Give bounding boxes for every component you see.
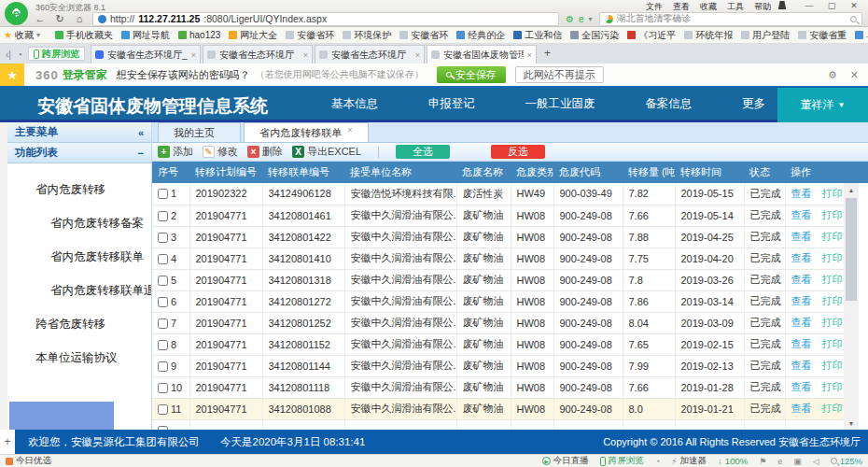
view-link[interactable]: 查看 (791, 231, 812, 242)
browser-logo-icon[interactable]: e (5, 2, 28, 25)
app-nav-item[interactable]: 一般工业固废 (525, 96, 595, 112)
row-checkbox[interactable] (158, 318, 168, 329)
scrollbar-thumb[interactable] (846, 198, 857, 301)
view-link[interactable]: 查看 (791, 188, 812, 199)
bookmark-item[interactable]: 安徽省环 (286, 29, 334, 42)
bookmark-item[interactable]: 经典的企 (456, 29, 505, 42)
table-row[interactable]: 9 201904771 34120801144 安徽中久润滑油有限公... 废矿… (152, 355, 844, 376)
skin-icon[interactable] (777, 1, 788, 9)
view-link[interactable]: 查看 (791, 317, 812, 328)
collapse-tabs-icon[interactable]: ‹| (6, 50, 11, 60)
view-link[interactable]: 查看 (791, 295, 812, 306)
delete-button[interactable]: × 删除 (247, 145, 283, 159)
row-checkbox[interactable] (158, 383, 168, 393)
row-checkbox[interactable] (158, 340, 168, 350)
favorites-button[interactable]: ★ 收藏 ▾ (4, 29, 40, 42)
view-link[interactable]: 查看 (791, 360, 812, 371)
chevron-down-icon[interactable]: ▾ (589, 15, 593, 23)
sidebar-menu-item[interactable]: 跨省危废转移 (7, 307, 151, 341)
minus-icon[interactable]: − (138, 148, 144, 159)
grid-header-cell[interactable]: 操作 (785, 162, 844, 183)
new-tab-button[interactable]: + (544, 47, 551, 60)
sidebar-header-function-list[interactable]: 功能列表 − (7, 143, 151, 163)
print-link[interactable]: 打印 (822, 231, 843, 242)
select-all-button[interactable]: 全选 (396, 145, 450, 159)
accelerator-button[interactable]: ⚡ 加速器 (671, 455, 707, 467)
print-link[interactable]: 打印 (822, 274, 843, 285)
view-link[interactable]: 查看 (791, 252, 812, 263)
print-link[interactable]: 打印 (822, 209, 843, 220)
history-icon[interactable]: ◔ (655, 457, 660, 466)
scroll-down-icon[interactable]: ▼ (844, 417, 859, 429)
browser-tab[interactable]: 安徽省生态环境厅 × (203, 45, 313, 64)
refresh-icon[interactable]: ↻ (53, 13, 66, 25)
bookmark-item[interactable]: 网址导航 (121, 29, 170, 42)
sidebar-menu-item[interactable]: 省内危废转移联单 (7, 240, 151, 274)
grid-header-cell[interactable]: 转移联单编号 (262, 162, 344, 183)
table-row[interactable]: 1 201902322 34124906128 安徽浩悦环境科技有限... 废活… (152, 183, 844, 205)
bookmark-item[interactable]: hao123 (178, 30, 220, 40)
bookmark-item[interactable]: 阜阳市环 (855, 29, 868, 42)
close-button[interactable]: ✕ (844, 0, 864, 11)
view-link[interactable]: 查看 (791, 274, 812, 285)
flag-icon[interactable]: ⚑ (759, 457, 766, 466)
save-password-button[interactable]: 安全保存 (437, 66, 506, 83)
search-icon[interactable] (850, 16, 857, 22)
table-row[interactable]: 11 201904771 34120801088 安徽中久润滑油有限公... 废… (152, 398, 844, 419)
minimize-button[interactable]: — (799, 0, 819, 11)
app-nav-item[interactable]: 备案信息 (645, 96, 692, 112)
row-checkbox[interactable] (158, 404, 168, 415)
grid-header-cell[interactable]: 转移计划编号 (189, 162, 262, 183)
e-green-icon[interactable]: e (579, 14, 584, 24)
edit-button[interactable]: ✎ 修改 (203, 145, 238, 159)
app-nav-item[interactable]: 更多 (742, 96, 765, 112)
browser-tab[interactable]: 安徽省生态环境厅_百度搜索 × (91, 45, 201, 64)
bookmark-item[interactable]: 用户登陆 (741, 29, 790, 42)
back-icon[interactable]: ← (34, 13, 47, 24)
print-link[interactable]: 打印 (822, 360, 843, 371)
grid-scrollbar[interactable]: ▲ ▼ (844, 183, 859, 430)
add-button[interactable]: + 添加 (158, 145, 193, 159)
invert-selection-button[interactable]: 反选 (491, 145, 545, 159)
user-menu[interactable]: 董祥洋 ▼ (777, 88, 868, 122)
view-link[interactable]: 查看 (791, 209, 812, 220)
cross-screen-status-button[interactable]: 跨屏浏览 (600, 455, 644, 467)
bookmark-item[interactable]: 环境保护 (343, 29, 391, 42)
sidebar-menu-item[interactable]: 省内危废转移 (7, 173, 151, 206)
download-status[interactable]: ↓ 100% (718, 456, 748, 466)
bookmark-item[interactable]: 安徽省重 (798, 29, 847, 42)
print-link[interactable]: 打印 (822, 188, 843, 199)
table-row[interactable]: 4 201904771 34120801410 安徽中久润滑油有限公... 废矿… (152, 248, 844, 269)
sidebar-header-main-menu[interactable]: 主要菜单 « (7, 122, 151, 143)
sidebar-menu-item[interactable]: 省内危废转移联单退回 (7, 274, 151, 307)
view-link[interactable]: 查看 (791, 338, 812, 349)
print-link[interactable]: 打印 (822, 381, 843, 392)
tab-close-icon[interactable]: × (303, 50, 308, 60)
browser-tab[interactable]: 安徽省生态环境厅 × (315, 45, 425, 64)
print-link[interactable]: 打印 (822, 252, 843, 263)
table-row[interactable]: 2 201904771 34120801461 安徽中久润滑油有限公... 废矿… (152, 205, 844, 226)
window-mode-icon[interactable]: ▣ (793, 457, 802, 466)
row-checkbox[interactable] (158, 233, 168, 243)
content-tab[interactable]: 省内危废转移联单 × (244, 122, 368, 142)
view-link[interactable]: 查看 (791, 381, 812, 392)
grid-header-cell[interactable]: 转移时间 (675, 162, 744, 183)
zoom-control[interactable]: 125% (831, 456, 862, 466)
bookmark-item[interactable]: 网址大全 (229, 29, 277, 42)
print-link[interactable]: 打印 (822, 403, 843, 414)
daily-picks-button[interactable]: 今日优选 (6, 455, 51, 467)
bookmark-item[interactable]: 环统年报 (684, 29, 733, 42)
print-link[interactable]: 打印 (822, 295, 843, 306)
search-input[interactable]: 湖北首地清零确诊 (599, 12, 862, 26)
dismiss-notification-button[interactable]: 此网站不再提示 (515, 66, 604, 83)
app-nav-item[interactable]: 基本信息 (331, 96, 378, 112)
recent-tabs-icon[interactable]: ◔ (17, 50, 22, 60)
collapse-icon[interactable]: « (138, 127, 144, 138)
cross-screen-button[interactable]: 跨屏浏览 (28, 47, 85, 61)
tab-close-icon[interactable]: × (415, 50, 420, 60)
grid-header-cell[interactable]: 状态 (744, 162, 785, 183)
grid-header-cell[interactable]: 危废名称 (456, 162, 511, 183)
print-link[interactable]: 打印 (822, 338, 843, 349)
table-row[interactable]: 7 201904771 34120801252 安徽中久润滑油有限公... 废矿… (152, 312, 844, 333)
scroll-up-icon[interactable]: ▲ (844, 184, 859, 195)
